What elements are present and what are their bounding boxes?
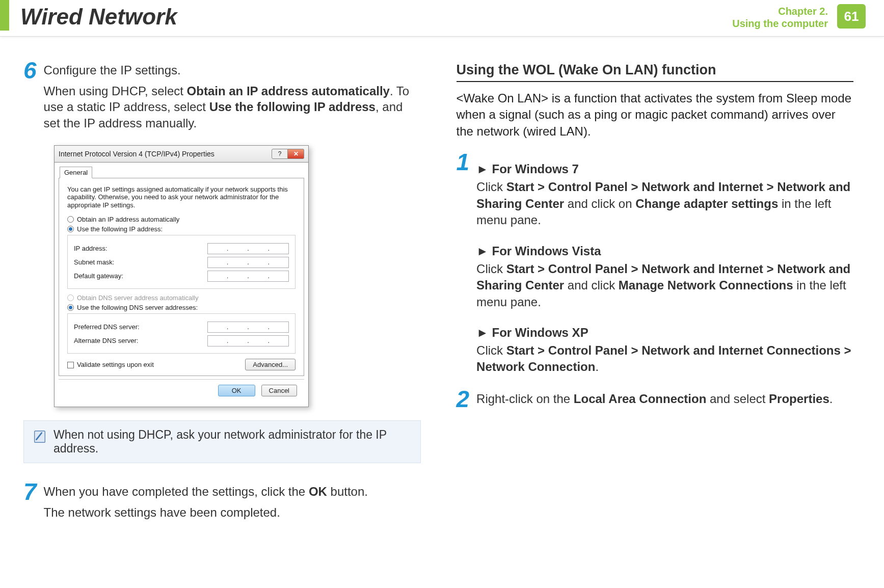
radio-use-following-dns[interactable]: Use the following DNS server addresses:	[67, 304, 296, 311]
step-6-body: Configure the IP settings. When using DH…	[44, 62, 421, 136]
radio-obtain-dns-auto: Obtain DNS server address automatically	[67, 294, 296, 302]
gateway-input[interactable]: ...	[207, 271, 289, 282]
text: button.	[327, 485, 368, 498]
radio-icon	[67, 304, 74, 311]
bold-text: OK	[309, 485, 327, 498]
win7-block: ► For Windows 7 Click Start > Control Pa…	[476, 161, 853, 228]
left-column: 6 Configure the IP settings. When using …	[23, 62, 421, 534]
checkbox-label: Validate settings upon exit	[77, 361, 154, 368]
bold-text: Start > Control Panel > Network and Inte…	[476, 343, 851, 373]
step-2: 2 Right-click on the Local Area Connecti…	[457, 391, 854, 412]
text: and select	[706, 392, 769, 406]
ok-button[interactable]: OK	[218, 385, 255, 396]
bold-text: Local Area Connection	[574, 392, 706, 406]
pref-dns-input[interactable]: ...	[207, 322, 289, 333]
page-number-badge: 61	[837, 4, 866, 29]
radio-icon	[67, 216, 74, 223]
text: Click	[476, 180, 506, 194]
radio-icon	[67, 295, 74, 301]
field-label: IP address:	[74, 245, 207, 252]
field-label: Subnet mask:	[74, 258, 207, 266]
note-icon	[32, 429, 47, 444]
text: Click	[476, 343, 506, 357]
content-columns: 6 Configure the IP settings. When using …	[0, 37, 884, 534]
vista-block: ► For Windows Vista Click Start > Contro…	[476, 243, 853, 310]
svg-rect-0	[35, 431, 45, 442]
radio-label: Obtain an IP address automatically	[77, 216, 179, 223]
win7-body: Click Start > Control Panel > Network an…	[476, 179, 853, 228]
dialog-footer: OK Cancel	[59, 379, 304, 402]
subnet-input[interactable]: ...	[207, 257, 289, 268]
dns-fieldset: Preferred DNS server: ... Alternate DNS …	[67, 313, 296, 354]
radio-obtain-ip-auto[interactable]: Obtain an IP address automatically	[67, 216, 296, 223]
field-label: Default gateway:	[74, 272, 207, 280]
dialog-title: Internet Protocol Version 4 (TCP/IPv4) P…	[59, 150, 215, 158]
dialog-titlebar[interactable]: Internet Protocol Version 4 (TCP/IPv4) P…	[54, 145, 309, 162]
row-gateway: Default gateway: ...	[74, 271, 289, 282]
radio-label: Use the following DNS server addresses:	[77, 304, 198, 311]
xp-body: Click Start > Control Panel > Network an…	[476, 342, 853, 376]
step-6-line2: When using DHCP, select Obtain an IP add…	[44, 83, 421, 131]
step-1: 1 ► For Windows 7 Click Start > Control …	[457, 154, 854, 376]
row-pref-dns: Preferred DNS server: ...	[74, 322, 289, 333]
tab-panel: You can get IP settings assigned automat…	[59, 178, 304, 376]
field-label: Alternate DNS server:	[74, 337, 207, 344]
text: and click on	[564, 197, 635, 210]
text: .	[595, 360, 599, 373]
radio-label: Obtain DNS server address automatically	[77, 294, 198, 302]
step-1-body: ► For Windows 7 Click Start > Control Pa…	[476, 154, 853, 376]
ip-fieldset: IP address: ... Subnet mask: ... Default…	[67, 235, 296, 289]
win7-head: ► For Windows 7	[476, 161, 853, 177]
advanced-button[interactable]: Advanced...	[245, 359, 296, 370]
step-7-number: 7	[23, 482, 37, 525]
page-header: Wired Network Chapter 2. Using the compu…	[0, 0, 884, 37]
validate-row: Validate settings upon exit Advanced...	[67, 359, 296, 370]
note-text: When not using DHCP, ask your network ad…	[53, 428, 412, 456]
ip-address-input[interactable]: ...	[207, 243, 289, 254]
row-ip-address: IP address: ...	[74, 243, 289, 254]
chapter-line2: Using the computer	[732, 17, 828, 30]
step-7-line2: The network settings have been completed…	[44, 504, 368, 520]
step-1-number: 1	[457, 152, 470, 376]
step-2-body: Right-click on the Local Area Connection…	[476, 391, 833, 412]
bold-text: Change adapter settings	[635, 197, 778, 210]
xp-head: ► For Windows XP	[476, 325, 853, 340]
text: .	[829, 392, 833, 406]
alt-dns-input[interactable]: ...	[207, 335, 289, 346]
text: and click	[564, 278, 619, 292]
text: Click	[476, 262, 506, 276]
right-column: Using the WOL (Wake On LAN) function <Wa…	[457, 62, 854, 534]
checkbox-icon	[67, 362, 74, 368]
help-button[interactable]: ?	[272, 149, 288, 159]
cancel-button[interactable]: Cancel	[261, 385, 297, 396]
validate-checkbox-wrap[interactable]: Validate settings upon exit	[67, 361, 154, 368]
tab-general[interactable]: General	[60, 167, 92, 178]
chapter-info: Chapter 2. Using the computer	[732, 5, 828, 30]
text: When using DHCP, select	[44, 84, 187, 98]
step-7-line1: When you have completed the settings, cl…	[44, 484, 368, 499]
note-box: When not using DHCP, ask your network ad…	[23, 420, 421, 463]
step-6: 6 Configure the IP settings. When using …	[23, 62, 421, 136]
dialog-intro: You can get IP settings assigned automat…	[67, 185, 296, 209]
step-7-body: When you have completed the settings, cl…	[44, 484, 368, 525]
page-title: Wired Network	[20, 4, 177, 30]
step-7: 7 When you have completed the settings, …	[23, 484, 421, 525]
step-6-number: 6	[23, 60, 37, 136]
vista-head: ► For Windows Vista	[476, 243, 853, 259]
bold-text: Use the following IP address	[209, 100, 376, 114]
field-label: Preferred DNS server:	[74, 323, 207, 331]
dialog-body: General You can get IP settings assigned…	[54, 162, 309, 407]
bold-text: Obtain an IP address automatically	[187, 84, 390, 98]
text: Right-click on the	[476, 392, 574, 406]
bold-text: Properties	[769, 392, 829, 406]
step-6-line1: Configure the IP settings.	[44, 62, 421, 78]
ipv4-properties-dialog: Internet Protocol Version 4 (TCP/IPv4) P…	[54, 145, 309, 407]
wol-heading: Using the WOL (Wake On LAN) function	[457, 62, 854, 82]
wol-intro: <Wake On LAN> is a function that activat…	[457, 90, 854, 140]
chapter-line1: Chapter 2.	[732, 5, 828, 17]
close-button[interactable]: ✕	[288, 149, 304, 159]
left-accent	[0, 0, 9, 31]
radio-label: Use the following IP address:	[77, 225, 163, 233]
text: When you have completed the settings, cl…	[44, 485, 309, 498]
radio-use-following-ip[interactable]: Use the following IP address:	[67, 225, 296, 233]
